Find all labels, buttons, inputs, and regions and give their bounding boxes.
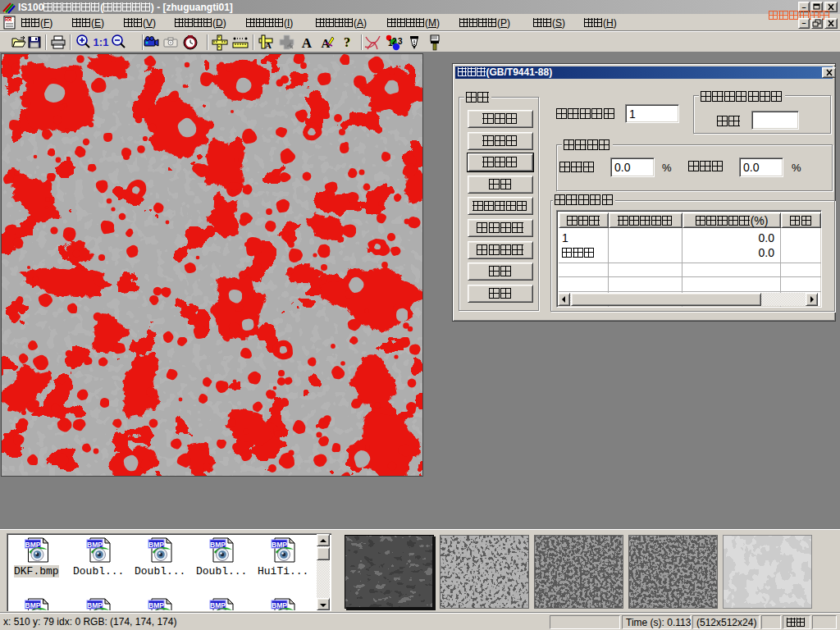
svg-text:1:1: 1:1 [94, 36, 109, 48]
svg-text:3: 3 [398, 37, 403, 46]
svg-text:A: A [302, 35, 313, 51]
svg-text:DOC: DOC [6, 17, 16, 22]
svg-text:A: A [265, 40, 272, 50]
svg-text:?: ? [344, 35, 350, 49]
